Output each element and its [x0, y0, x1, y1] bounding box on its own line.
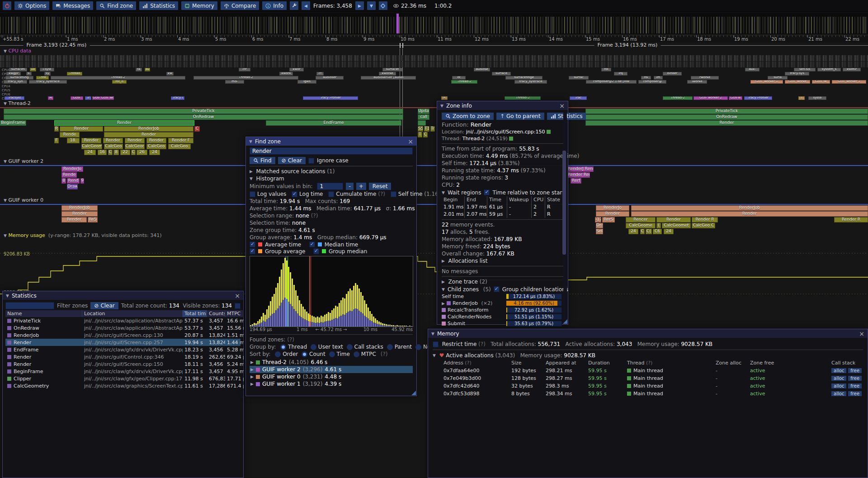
timeline-zone[interactable]: surface: [492, 72, 511, 76]
collapse-arrow-icon[interactable]: ▼: [440, 104, 443, 108]
timeline-zone[interactable]: GUIF: [71, 96, 83, 100]
wait-column-header[interactable]: State: [545, 196, 561, 204]
radio-parent[interactable]: Parent: [387, 344, 414, 350]
bin-minus-button[interactable]: -: [346, 183, 353, 190]
timeline-zone[interactable]: Tracy I: [171, 96, 184, 100]
group-median-checkbox[interactable]: [313, 248, 319, 254]
log-values-checkbox[interactable]: [250, 191, 255, 197]
resize-grip[interactable]: [411, 391, 416, 395]
timeline-zone[interactable]: composer@: [638, 80, 666, 84]
call-stack-free-button[interactable]: free: [848, 368, 862, 373]
statistics-row[interactable]: Clipperjni/../jni/src/claw/gfx/geo/Clipp…: [5, 375, 241, 382]
timeline-zone[interactable]: CalcGeo: [168, 144, 191, 149]
memory-column-header[interactable]: Address (?): [443, 360, 511, 366]
timeline-zone[interactable]: Rende: [60, 132, 80, 137]
timeline-zone[interactable]: CalcGeor: [125, 144, 145, 149]
timeline-zone[interactable]: Render: [596, 211, 629, 217]
timeline-zone[interactable]: surfa: [768, 76, 788, 80]
group-children-checkbox[interactable]: [494, 286, 500, 292]
power-button[interactable]: [3, 1, 11, 10]
timeline-zone[interactable]: I: [798, 96, 805, 100]
timeline-zone[interactable]: [418, 120, 426, 126]
timeline-zone[interactable]: OnRedraw: [585, 114, 868, 120]
call-stack-free-button[interactable]: free: [848, 376, 862, 381]
timeline-zone[interactable]: 24: [84, 150, 96, 155]
timeline-zone[interactable]: kwork: [279, 72, 293, 76]
memory-column-header[interactable]: Appeared at: [546, 360, 588, 366]
timeline-zone[interactable]: T: [418, 132, 422, 137]
info-button[interactable]: Info: [262, 1, 287, 10]
timeline-zone[interactable]: Rende: [61, 172, 77, 178]
timeline-zone[interactable]: Thre: [36, 76, 49, 80]
timeline-zone[interactable]: Thread: [67, 72, 82, 76]
timeline-zone[interactable]: s-: [26, 72, 32, 76]
timeline-zone[interactable]: Render: [54, 120, 194, 126]
timeline-zone[interactable]: surfacefling: [5, 76, 33, 80]
timeline-zone[interactable]: syste: [808, 96, 826, 100]
collapse-arrow-icon[interactable]: ▼: [6, 293, 9, 298]
find-zone-search-input[interactable]: Render: [250, 147, 413, 155]
timeline-zone[interactable]: rworke: [691, 76, 719, 80]
timeline-zone[interactable]: ksoftir: [843, 68, 861, 71]
timeline-zone[interactable]: R: [54, 126, 59, 132]
radio-count[interactable]: Count: [302, 351, 327, 357]
timeline-zone[interactable]: C(: [646, 229, 652, 234]
timeline-zone[interactable]: Thread-2: [51, 76, 185, 80]
timeline-zone[interactable]: Render F: [168, 138, 193, 143]
timeline-zone[interactable]: Render: [656, 217, 691, 222]
statistics-column-header[interactable]: Counts: [207, 310, 225, 317]
active-allocations-tree[interactable]: ▼ ♥ Active allocations (3,043) Memory us…: [433, 351, 863, 359]
timeline-zone[interactable]: Tracsyst: [5, 96, 24, 100]
clear-filter-button[interactable]: ⊘Clear: [90, 302, 118, 309]
collapse-arrow-icon[interactable]: ▼: [249, 139, 252, 144]
memory-usage-graph[interactable]: [0, 239, 868, 298]
timeline-zone[interactable]: CalcGeo: [104, 144, 123, 149]
timeline-zone[interactable]: Render: [103, 138, 123, 143]
timeline-zone[interactable]: CalcGeome: [626, 223, 656, 228]
zoom-to-zone-button[interactable]: Zoom to zone: [442, 113, 494, 120]
scrollbar-track[interactable]: [563, 112, 567, 321]
timeline-zone[interactable]: ka: [30, 68, 36, 71]
timeline-zone[interactable]: RenderJob: [631, 205, 868, 211]
frame-3193-label[interactable]: Frame 3,193 (22.45 ms): [24, 42, 90, 48]
timeline-zone[interactable]: composer@2.1-se [HW: [586, 80, 637, 84]
timeline-zone[interactable]: CalcGeo C: [692, 223, 715, 228]
timeline-zone[interactable]: Render: [61, 217, 87, 222]
memory-usage-header[interactable]: ▼ Memory usage (y-range: 178.27 KB, visi…: [4, 232, 162, 238]
memory-table-header[interactable]: Address (?)SizeAppeared atDurationThread…: [433, 359, 863, 367]
timeline-zone[interactable]: Dra: [596, 223, 603, 228]
timeline-zone[interactable]: Tr: [430, 126, 435, 132]
clear-button[interactable]: ⊘Clear: [278, 157, 306, 164]
timeline-zone[interactable]: GUIF worker 1: [832, 80, 866, 84]
alloc-address[interactable]: 0x7dfaa64e00: [443, 368, 511, 374]
memory-column-header[interactable]: Zone free: [750, 360, 831, 366]
statistics-column-header[interactable]: MTPC: [225, 310, 244, 317]
timeline-zone[interactable]: Tr: [85, 96, 91, 100]
thread-header-guif-worker-0[interactable]: ▼ GUIF worker 0: [4, 197, 43, 203]
memory-allocation-row[interactable]: 0x7dfc42d64032 bytes298.3 ms59.95 sMain …: [433, 382, 863, 390]
timeline-zone[interactable]: audiose: [474, 68, 490, 71]
timeline-zone[interactable]: PrivateTick: [4, 109, 403, 114]
average-time-checkbox[interactable]: [250, 241, 255, 247]
statistics-row[interactable]: BeginFramejni/../jni/src/claw/gfx/drv/vk…: [5, 368, 241, 375]
median-time-checkbox[interactable]: [309, 241, 315, 247]
timeline-zone[interactable]: C: [640, 229, 645, 234]
goto-frame-button[interactable]: [379, 1, 387, 10]
timeline-zone[interactable]: C: [194, 126, 200, 132]
find-zone-window-titlebar[interactable]: ▼ Find zone ×: [246, 137, 416, 146]
timeline-zone[interactable]: call: [418, 114, 429, 120]
frame-3194-label[interactable]: Frame 3,194 (13.92 ms): [594, 42, 661, 48]
matched-source-locations-tree[interactable]: ▶ Matched source locations (1): [250, 168, 413, 175]
timeline-zone[interactable]: Draw: [67, 184, 78, 189]
timeline-zone[interactable]: RenderJ Rend: [567, 166, 594, 172]
close-icon[interactable]: ×: [235, 293, 240, 299]
statistics-column-header[interactable]: Name: [5, 310, 82, 317]
timeline-zone[interactable]: EndFrame: [266, 120, 401, 126]
timeline-zone[interactable]: Rerf: [571, 178, 581, 184]
memory-allocation-row[interactable]: 0x7e049b3d00128 bytes298.27 ms59.95 sMai…: [433, 374, 863, 382]
timeline-zone[interactable]: i-syst: [40, 68, 54, 71]
timeline-zone[interactable]: ot: [452, 76, 466, 80]
timeline-zone[interactable]: surfacefinge: [505, 76, 542, 80]
radio-user-text[interactable]: User text: [311, 344, 345, 350]
timeline-zone[interactable]: BeginFrame: [0, 120, 26, 126]
